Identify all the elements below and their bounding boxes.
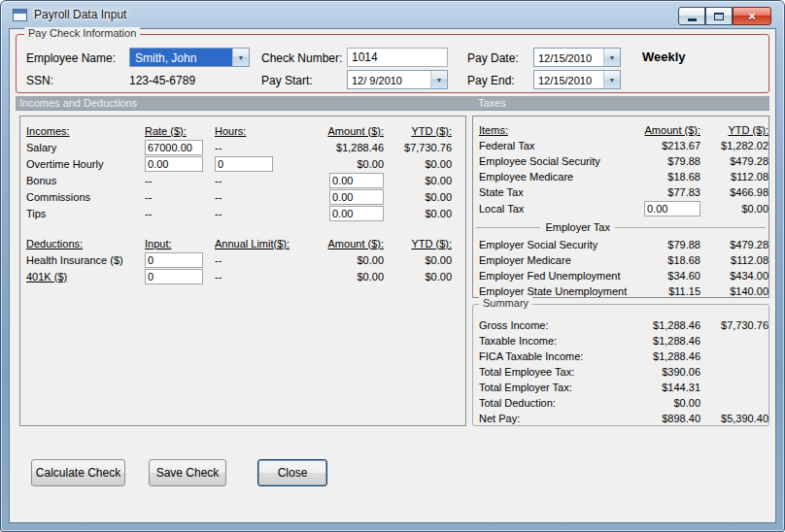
chevron-down-icon[interactable]: ▼ — [430, 71, 447, 88]
gross-income-amount: $1,288.46 — [634, 319, 700, 331]
bonus-ytd: $0.00 — [384, 175, 452, 186]
close-icon: × — [748, 10, 756, 22]
salary-rate-input[interactable] — [145, 140, 203, 155]
pay-date-label: Pay Date: — [467, 51, 519, 65]
tips-ytd: $0.00 — [384, 208, 452, 219]
ssn-label: SSN: — [26, 74, 53, 87]
employer-fed-unemployment-amount: $34.60 — [634, 270, 700, 282]
employer-medicare-ytd: $112.08 — [700, 254, 768, 266]
window-maximize-button[interactable] — [705, 7, 733, 25]
commissions-amount-input[interactable] — [329, 189, 384, 205]
health-insurance-amount: $0.00 — [310, 254, 384, 266]
chevron-down-icon[interactable]: ▼ — [232, 49, 249, 66]
tax-row-employer-medicare: Employer Medicare $18.68 $112.08 — [473, 252, 768, 268]
rate-col-label: Rate ($): — [145, 125, 215, 137]
local-tax-ytd: $0.00 — [700, 203, 768, 215]
check-number-input[interactable] — [347, 48, 448, 67]
summary-row-net-pay: Net Pay: $898.40 $5,390.40 — [473, 411, 768, 426]
pay-end-picker[interactable]: 12/15/2010 ▼ — [533, 70, 621, 89]
tips-amount-input[interactable] — [329, 206, 384, 221]
close-button[interactable]: Close — [257, 459, 327, 486]
dialog-body: Pay Check Information Employee Name: Smi… — [9, 28, 776, 523]
ytd-col-label: YTD ($): — [700, 124, 768, 136]
federal-tax-ytd: $1,282.02 — [700, 140, 768, 151]
local-tax-label: Local Tax — [479, 203, 634, 215]
paycheck-info-group: Pay Check Information Employee Name: Smi… — [16, 34, 769, 93]
total-employer-tax-label: Total Employer Tax: — [479, 382, 634, 393]
total-employee-tax-label: Total Employee Tax: — [479, 366, 634, 378]
employer-ss-amount: $79.88 — [634, 239, 700, 250]
title-bar[interactable]: Payroll Data Input — [1, 1, 784, 28]
k401-amount: $0.00 — [310, 271, 384, 283]
chevron-down-icon[interactable]: ▼ — [603, 49, 620, 66]
dropdown-arrow-glyph: ▼ — [609, 54, 616, 61]
deduction-row-401k: 401K ($) -- $0.00 $0.00 — [20, 268, 465, 284]
k401-link[interactable]: 401K ($) — [26, 271, 145, 283]
health-insurance-input[interactable] — [145, 252, 203, 268]
save-check-button[interactable]: Save Check — [149, 459, 226, 486]
annual-limit-col-label: Annual Limit($): — [215, 238, 310, 249]
separator-line-right — [615, 227, 766, 228]
ytd-col-label: YTD ($): — [384, 238, 452, 249]
employee-ss-amount: $79.88 — [634, 155, 700, 167]
bonus-amount-input[interactable] — [329, 173, 384, 188]
employer-fed-unemployment-ytd: $434.00 — [700, 270, 768, 282]
total-deduction-label: Total Deduction: — [479, 397, 634, 409]
deductions-header-row: Deductions: Input: Annual Limit($): Amou… — [20, 235, 465, 251]
commissions-hours: -- — [215, 191, 310, 203]
spacer — [20, 221, 465, 235]
dropdown-arrow-glyph: ▼ — [238, 54, 245, 61]
federal-tax-amount: $213.67 — [634, 140, 700, 151]
window-minimize-button[interactable] — [678, 7, 705, 25]
ssn-value: 123-45-6789 — [129, 74, 195, 87]
window-close-button[interactable]: × — [733, 7, 771, 25]
employer-ss-label: Employer Social Security — [479, 239, 634, 250]
employee-name-value: Smith, John — [130, 49, 232, 66]
summary-group: Summary Gross Income: $1,288.46 $7,730.7… — [472, 304, 769, 426]
net-pay-amount: $898.40 — [634, 413, 700, 424]
chevron-down-icon[interactable]: ▼ — [603, 71, 620, 88]
fica-taxable-income-amount: $1,288.46 — [634, 350, 700, 362]
input-col-label: Input: — [145, 238, 215, 249]
taxes-header: Taxes — [478, 97, 506, 109]
employer-tax-group-label: Employer Tax — [540, 221, 614, 233]
pay-start-picker[interactable]: 12/ 9/2010 ▼ — [347, 70, 448, 89]
salary-hours: -- — [215, 142, 310, 153]
summary-row-total-employer-tax: Total Employer Tax: $144.31 — [473, 380, 768, 395]
employer-state-unemployment-ytd: $140.00 — [700, 285, 768, 297]
total-employee-tax-amount: $390.06 — [634, 366, 700, 378]
employee-medicare-amount: $18.68 — [634, 171, 700, 183]
incomes-deductions-header: Incomes and Deductions — [19, 97, 137, 109]
overtime-hours-input[interactable] — [215, 156, 273, 172]
k401-input[interactable] — [145, 269, 203, 284]
employer-state-unemployment-label: Employer State Unemployment — [479, 285, 634, 297]
calculate-check-button[interactable]: Calculate Check — [31, 459, 125, 486]
income-row-commissions: Commissions -- -- $0.00 — [20, 188, 465, 205]
overtime-rate-input[interactable] — [145, 156, 203, 172]
app-icon — [13, 9, 27, 21]
employee-medicare-ytd: $112.08 — [700, 171, 768, 183]
employer-medicare-label: Employer Medicare — [479, 254, 634, 266]
income-row-overtime: Overtime Hourly $0.00 $0.00 — [20, 155, 465, 172]
salary-label: Salary — [26, 142, 145, 153]
summary-row-fica: FICA Taxable Income: $1,288.46 — [473, 349, 768, 364]
total-employer-tax-amount: $144.31 — [634, 382, 700, 393]
income-row-tips: Tips -- -- $0.00 — [20, 205, 465, 221]
incomes-header-row: Incomes: Rate ($): Hours: Amount ($): YT… — [20, 122, 465, 139]
overtime-amount: $0.00 — [310, 158, 384, 170]
pay-date-picker[interactable]: 12/15/2010 ▼ — [533, 48, 621, 67]
employee-name-select[interactable]: Smith, John ▼ — [129, 48, 250, 67]
state-tax-label: State Tax — [479, 186, 634, 198]
tax-row-state: State Tax $77.83 $466.98 — [473, 184, 768, 200]
tips-hours: -- — [215, 208, 310, 219]
amount-col-label: Amount ($): — [310, 238, 384, 249]
taxes-panel: Items: Amount ($): YTD ($): Federal Tax … — [472, 116, 769, 298]
local-tax-input[interactable] — [644, 201, 700, 216]
gross-income-ytd: $7,730.76 — [700, 319, 768, 331]
pay-start-label: Pay Start: — [261, 74, 313, 87]
payroll-window: Payroll Data Input × Pay Check Informati… — [0, 0, 785, 532]
tax-row-employee-medicare: Employee Medicare $18.68 $112.08 — [473, 169, 768, 184]
amount-col-label: Amount ($): — [634, 124, 700, 136]
pay-end-value: 12/15/2010 — [534, 71, 603, 88]
summary-row-gross: Gross Income: $1,288.46 $7,730.76 — [473, 317, 768, 333]
